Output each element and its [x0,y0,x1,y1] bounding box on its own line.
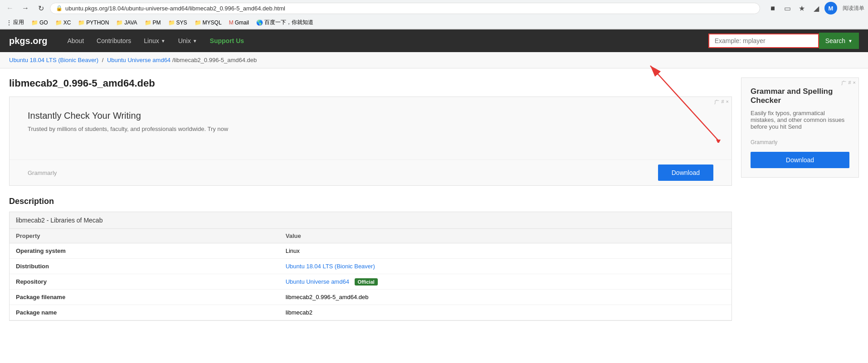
bookmark-gmail[interactable]: M Gmail [226,18,252,27]
url-text: ubuntu.pkgs.org/18.04/ubuntu-universe-am… [65,5,285,12]
content-right: 广 # × Grammar and Spelling Checker Easil… [741,77,859,321]
site-nav: About Contributors Linux ▼ Unix ▼ Suppor… [61,29,708,52]
val-os: Linux [279,243,731,259]
table-row: Package name libmecab2 [10,305,731,320]
bookmarks-bar: ⋮ 应用 📁 GO 📁 XC 📁 PYTHON 📁 JAVA 📁 PM [0,16,868,29]
bookmark-xc[interactable]: 📁 XC [53,18,74,27]
page-wrapper: ← → ↻ 🔒 ubuntu.pkgs.org/18.04/ubuntu-uni… [0,0,868,330]
bookmark-pm[interactable]: 📁 PM [142,18,164,27]
extensions-button[interactable]: ◾ [766,2,779,15]
site-logo[interactable]: pkgs.org [9,36,47,46]
bookmark-mysql[interactable]: 📁 MYSQL [192,18,224,27]
gmail-icon: M [229,19,234,26]
nav-support-us[interactable]: Support Us [204,29,250,52]
bookmark-baidu[interactable]: 🌎 百度一下，你就知道 [254,17,316,28]
table-row: Operating system Linux [10,243,731,259]
baidu-icon: 🌎 [256,19,263,26]
table-row: Package filename libmecab2_0.996-5_amd64… [10,290,731,305]
ad-brand: Grammarly [28,169,57,176]
bookmark-python[interactable]: 📁 PYTHON [75,18,112,27]
extensions-puzzle-button[interactable]: ◢ [810,2,823,15]
breadcrumb-current: /libmecab2_0.996-5_amd64.deb [172,57,257,63]
ad-description: Trusted by millions of students, faculty… [28,126,228,132]
nav-about[interactable]: About [61,29,90,52]
search-area: Search ▼ [708,33,859,49]
ad-download-button[interactable]: Download [658,165,713,181]
sidebar-ad-controls: 广 # × [841,80,856,87]
folder-icon: 📁 [145,19,151,26]
sidebar-ad-control-hash[interactable]: # [848,80,851,87]
sidebar-ad: 广 # × Grammar and Spelling Checker Easil… [741,77,859,178]
search-input-wrapper [708,34,819,48]
nav-unix[interactable]: Unix ▼ [172,29,204,52]
description-header: libmecab2 - Libraries of Mecab [10,212,731,229]
bookmark-star-button[interactable]: ★ [795,2,808,15]
sidebar-ad-control-info[interactable]: 广 [841,80,846,87]
browser-actions: ◾ ▭ ★ ◢ M 阅读清单 [766,2,864,15]
repo-link[interactable]: Ubuntu Universe amd64 [286,278,349,285]
sidebar-ad-description: Easily fix typos, grammatical mistakes, … [751,110,849,130]
cast-button[interactable]: ▭ [781,2,794,15]
val-filename: libmecab2_0.996-5_amd64.deb [279,290,731,305]
sidebar-ad-brand: Grammarly [751,139,849,145]
address-bar[interactable]: 🔒 ubuntu.pkgs.org/18.04/ubuntu-universe-… [50,3,760,14]
site-header: pkgs.org About Contributors Linux ▼ Unix… [0,29,868,52]
table-row: Repository Ubuntu Universe amd64 Officia… [10,274,731,290]
sidebar-ad-control-close[interactable]: × [853,80,856,87]
val-repo: Ubuntu Universe amd64 Official [279,274,731,290]
val-pkgname: libmecab2 [279,305,731,320]
official-badge: Official [355,278,378,286]
bookmark-go[interactable]: 📁 GO [29,18,51,27]
back-button[interactable]: ← [4,2,16,15]
folder-icon: 📁 [195,19,201,26]
col-property: Property [10,229,279,243]
description-box: libmecab2 - Libraries of Mecab Property … [9,212,732,321]
properties-table: Property Value Operating system Linux Di… [10,229,731,320]
nav-linux[interactable]: Linux ▼ [137,29,171,52]
val-distro: Ubuntu 18.04 LTS (Bionic Beaver) [279,259,731,274]
unix-dropdown-arrow: ▼ [193,39,197,44]
linux-dropdown-arrow: ▼ [161,39,166,44]
ad-footer: Grammarly Download [10,160,731,185]
folder-icon: 📁 [116,19,123,26]
ad-inner: Instantly Check Your Writing Trusted by … [10,97,731,160]
folder-icon: 📁 [78,19,85,26]
forward-button[interactable]: → [19,2,32,15]
folder-icon: 📁 [55,19,62,26]
main-ad-box: 广 # × Instantly Check Your Writing Trust… [9,97,732,186]
nav-contributors[interactable]: Contributors [90,29,137,52]
main-content: libmecab2_0.996-5_amd64.deb 广 # × Instan… [0,68,868,330]
page-title: libmecab2_0.996-5_amd64.deb [9,77,732,89]
folder-icon: 📁 [168,19,175,26]
lock-icon: 🔒 [56,5,63,11]
prop-distro: Distribution [10,259,279,274]
ad-control-hash[interactable]: # [721,99,724,106]
distro-link[interactable]: Ubuntu 18.04 LTS (Bionic Beaver) [286,263,375,270]
search-dropdown-arrow: ▼ [848,39,853,44]
apps-icon: ⋮ [6,19,12,26]
col-value: Value [279,229,731,243]
reload-button[interactable]: ↻ [34,2,47,15]
ad-control-close[interactable]: × [726,99,729,106]
prop-pkgname: Package name [10,305,279,320]
sidebar-ad-title: Grammar and Spelling Checker [751,87,849,105]
ad-title: Instantly Check Your Writing [28,111,141,121]
sidebar-ad-download-button[interactable]: Download [751,152,849,168]
ad-controls: 广 # × [714,99,729,106]
table-row: Distribution Ubuntu 18.04 LTS (Bionic Be… [10,259,731,274]
search-input[interactable] [709,34,818,47]
ad-control-info[interactable]: 广 [714,99,719,106]
prop-filename: Package filename [10,290,279,305]
breadcrumb: Ubuntu 18.04 LTS (Bionic Beaver) / Ubunt… [0,52,868,68]
content-left: libmecab2_0.996-5_amd64.deb 广 # × Instan… [9,77,732,321]
prop-repo: Repository [10,274,279,290]
bookmark-sys[interactable]: 📁 SYS [166,18,190,27]
search-button[interactable]: Search ▼ [819,33,859,49]
reader-mode-label: 阅读清单 [843,5,864,12]
breadcrumb-ubuntu-lts[interactable]: Ubuntu 18.04 LTS (Bionic Beaver) [9,57,98,63]
bookmark-apps[interactable]: ⋮ 应用 [4,17,27,28]
profile-button[interactable]: M [824,2,837,15]
breadcrumb-universe-amd64[interactable]: Ubuntu Universe amd64 [107,57,171,63]
browser-chrome: ← → ↻ 🔒 ubuntu.pkgs.org/18.04/ubuntu-uni… [0,0,868,29]
bookmark-java[interactable]: 📁 JAVA [113,18,140,27]
